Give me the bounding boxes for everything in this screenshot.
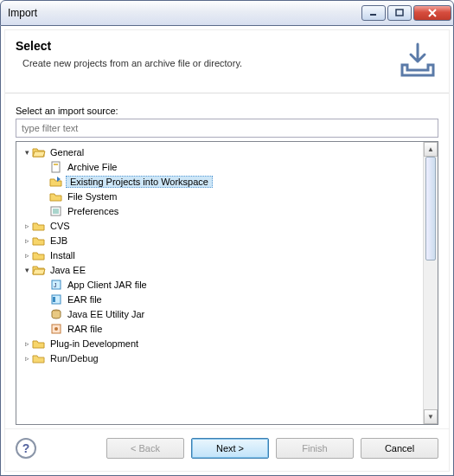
folder-import-icon [49, 175, 63, 189]
titlebar: Import [0, 0, 454, 26]
cancel-button[interactable]: Cancel [361, 438, 438, 459]
collapse-arrow-icon[interactable]: ▹ [22, 354, 32, 363]
utility-jar-icon [49, 307, 63, 321]
button-bar: ? < Back Next > Finish Cancel [5, 428, 449, 471]
jar-icon: J [49, 278, 63, 292]
collapse-arrow-icon[interactable]: ▹ [22, 339, 32, 348]
rar-icon [49, 322, 63, 336]
svg-rect-1 [396, 10, 403, 16]
back-button[interactable]: < Back [106, 438, 184, 459]
window-body: Select Create new projects from an archi… [0, 26, 454, 476]
folder-open-icon [32, 145, 46, 159]
next-button[interactable]: Next > [191, 438, 269, 459]
preferences-icon [49, 204, 63, 218]
expand-arrow-icon[interactable]: ▾ [22, 266, 32, 274]
window-title: Import [8, 7, 361, 19]
minimize-button[interactable] [361, 5, 386, 21]
svg-rect-2 [52, 162, 60, 172]
tree-node-general[interactable]: ▾ General [18, 145, 421, 159]
tree-node-javaee-utility-jar[interactable]: Java EE Utility Jar [18, 306, 421, 321]
tree-node-javaee[interactable]: ▾ Java EE [18, 262, 421, 277]
maximize-button[interactable] [387, 5, 412, 21]
page-description: Create new projects from an archive file… [16, 58, 390, 68]
tree-node-run-debug[interactable]: ▹ Run/Debug [18, 351, 421, 365]
svg-rect-3 [54, 164, 58, 165]
tree-node-file-system[interactable]: File System [18, 189, 421, 203]
folder-icon [32, 234, 46, 248]
content-area: Select an import source: ▾ General Archi… [5, 93, 449, 428]
tree-node-cvs[interactable]: ▹ CVS [18, 218, 421, 233]
tree-node-ear-file[interactable]: EAR file [18, 292, 421, 306]
tree-node-rar-file[interactable]: RAR file [18, 321, 421, 336]
ear-icon [49, 293, 63, 306]
scroll-up-button[interactable]: ▲ [424, 142, 438, 157]
vertical-scrollbar[interactable]: ▲ ▼ [423, 142, 438, 424]
svg-text:J: J [54, 282, 57, 288]
folder-icon [32, 351, 46, 365]
folder-open-icon [32, 263, 46, 277]
tree-node-app-client-jar[interactable]: J App Client JAR file [18, 277, 421, 292]
import-tree[interactable]: ▾ General Archive File Existing Projects… [16, 142, 423, 424]
page-title: Select [16, 39, 390, 53]
scroll-down-button[interactable]: ▼ [424, 409, 438, 424]
wizard-header: Select Create new projects from an archi… [5, 30, 449, 93]
folder-icon [49, 190, 63, 203]
close-button[interactable] [413, 5, 451, 21]
source-label: Select an import source: [16, 106, 438, 116]
import-icon [397, 39, 438, 80]
svg-point-13 [54, 327, 58, 331]
archive-icon [49, 160, 63, 174]
finish-button[interactable]: Finish [276, 438, 354, 459]
help-button[interactable]: ? [16, 438, 36, 459]
window-controls [361, 5, 451, 21]
tree-container: ▾ General Archive File Existing Projects… [16, 141, 438, 425]
folder-icon [32, 248, 46, 262]
collapse-arrow-icon[interactable]: ▹ [22, 251, 32, 260]
folder-icon [32, 337, 46, 351]
collapse-arrow-icon[interactable]: ▹ [22, 222, 32, 230]
collapse-arrow-icon[interactable]: ▹ [22, 236, 32, 245]
scroll-thumb[interactable] [425, 157, 436, 261]
tree-node-install[interactable]: ▹ Install [18, 248, 421, 262]
tree-node-ejb[interactable]: ▹ EJB [18, 233, 421, 248]
tree-node-archive-file[interactable]: Archive File [18, 159, 421, 174]
tree-node-plugin-dev[interactable]: ▹ Plug-in Development [18, 336, 421, 351]
expand-arrow-icon[interactable]: ▾ [22, 148, 32, 157]
tree-node-existing-projects[interactable]: Existing Projects into Workspace [18, 174, 421, 189]
tree-node-preferences[interactable]: Preferences [18, 203, 421, 218]
filter-input[interactable] [16, 119, 438, 138]
folder-icon [32, 219, 46, 233]
